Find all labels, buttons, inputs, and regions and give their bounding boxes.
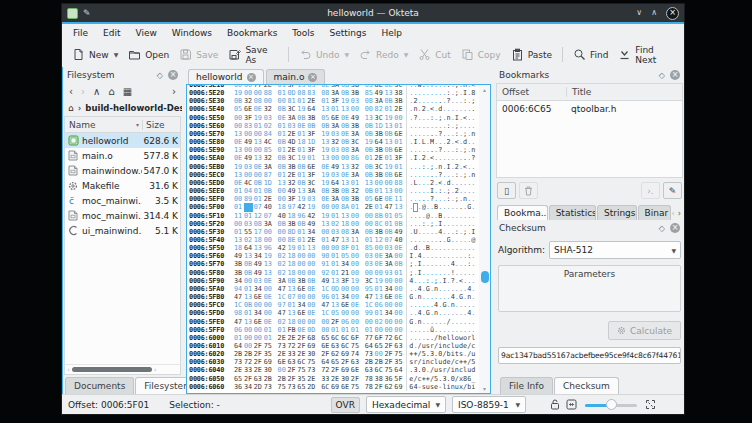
hex-byte[interactable]: 6E — [254, 318, 264, 326]
hex-byte[interactable]: 01 — [321, 97, 331, 105]
hex-byte[interactable]: 05 — [234, 105, 244, 113]
hex-row[interactable]: 0006:603073722F696E636C7564652F632B2B2F3… — [187, 358, 479, 366]
hex-byte[interactable]: 34 — [384, 309, 394, 317]
hex-byte[interactable]: 00 — [375, 244, 385, 252]
hex-byte[interactable]: 01 — [307, 154, 317, 162]
hex-byte[interactable]: 2B — [278, 375, 288, 383]
hex-byte[interactable]: 13 — [394, 203, 404, 211]
hex-byte[interactable]: 00 — [384, 301, 394, 309]
hex-byte[interactable]: 3F — [307, 146, 317, 154]
hex-byte[interactable]: 63 — [331, 342, 341, 350]
hex-row[interactable]: 0006:601064002F7573722F696E636C7564652F6… — [187, 342, 479, 350]
hex-byte[interactable]: 6F — [351, 334, 361, 342]
hex-byte[interactable]: 13 — [307, 244, 317, 252]
hex-byte[interactable]: 6F — [375, 334, 385, 342]
hex-byte[interactable]: 2F — [244, 375, 254, 383]
hex-byte[interactable]: 93 — [384, 269, 394, 277]
hex-byte[interactable]: 0B — [384, 171, 394, 179]
hex-byte[interactable]: 8A — [341, 203, 351, 211]
hex-byte[interactable]: 99 — [365, 309, 375, 317]
hex-byte[interactable]: 00 — [375, 350, 385, 358]
hex-byte[interactable]: 42 — [278, 244, 288, 252]
hex-byte[interactable]: 00 — [254, 130, 264, 138]
hex-byte[interactable]: 00 — [321, 203, 331, 211]
hex-byte[interactable]: 73 — [307, 366, 317, 374]
hex-byte[interactable]: 13 — [375, 293, 385, 301]
hex-byte[interactable]: 19 — [341, 97, 351, 105]
hex-byte[interactable]: 13 — [341, 236, 351, 244]
hex-byte[interactable]: 2F — [384, 358, 394, 366]
hex-byte[interactable]: 19 — [375, 277, 385, 285]
hex-byte[interactable]: 65 — [297, 383, 307, 391]
hex-byte[interactable]: 00 — [234, 195, 244, 203]
scroll-right-icon[interactable]: › — [154, 366, 157, 374]
home-icon[interactable]: ⌂ — [108, 86, 114, 97]
hex-byte[interactable]: 2E — [234, 366, 244, 374]
hex-byte[interactable]: 01 — [351, 244, 361, 252]
hex-byte[interactable]: 00 — [394, 301, 404, 309]
hex-byte[interactable]: 19 — [321, 179, 331, 187]
hex-byte[interactable]: 3A — [278, 277, 288, 285]
hex-byte[interactable]: 3F — [394, 154, 404, 162]
hex-row[interactable]: 0006:5F4013021800008E012E014713110112074… — [187, 236, 479, 244]
hex-byte[interactable]: 2E — [287, 146, 297, 154]
hex-byte[interactable]: 00 — [351, 285, 361, 293]
hex-byte[interactable]: 01 — [254, 187, 264, 195]
hex-byte[interactable]: 00 — [307, 269, 317, 277]
hex-byte[interactable]: 00 — [254, 89, 264, 97]
hex-byte[interactable]: 13 — [321, 220, 331, 228]
hex-byte[interactable]: 03 — [254, 277, 264, 285]
value-coding-select[interactable]: Hexadecimal▼ — [366, 396, 446, 413]
hex-byte[interactable]: 0E — [278, 114, 288, 122]
hex-byte[interactable]: 18 — [278, 203, 288, 211]
hex-byte[interactable]: 65 — [375, 342, 385, 350]
hex-byte[interactable]: 00 — [278, 236, 288, 244]
hex-byte[interactable]: 86 — [351, 154, 361, 162]
create-bookmark-button[interactable]: ▯ — [497, 182, 516, 199]
delete-bookmark-button[interactable] — [519, 182, 538, 199]
copy-button[interactable]: Copy — [456, 45, 506, 64]
hex-byte[interactable]: 74 — [351, 350, 361, 358]
hex-byte[interactable]: 6E — [384, 293, 394, 301]
hex-byte[interactable]: 36 — [234, 383, 244, 391]
column-header-size[interactable]: Size — [142, 120, 180, 130]
hex-byte[interactable]: 75 — [351, 342, 361, 350]
char-coding-select[interactable]: ISO-8859-1▼ — [452, 396, 526, 413]
hex-byte[interactable]: 13 — [321, 154, 331, 162]
hex-byte[interactable]: 21 — [341, 269, 351, 277]
hex-byte[interactable]: 01 — [394, 163, 404, 171]
hex-byte[interactable]: 0B — [341, 138, 351, 146]
hex-byte[interactable]: 32 — [331, 138, 341, 146]
hex-byte[interactable]: 00 — [244, 146, 254, 154]
hex-byte[interactable]: 2F — [351, 375, 361, 383]
hex-byte[interactable]: 0B — [365, 122, 375, 130]
hex-byte[interactable]: 0B — [234, 97, 244, 105]
hex-row[interactable]: 0006:5E9013000085012E013F1903083A0B3B0B6… — [187, 146, 479, 154]
hex-byte[interactable]: 4C — [264, 138, 274, 146]
hex-byte[interactable]: 02 — [278, 318, 288, 326]
hex-byte[interactable]: 0B — [244, 301, 254, 309]
hex-byte[interactable]: 01 — [287, 301, 297, 309]
hex-byte[interactable]: 00 — [234, 122, 244, 130]
file-row[interactable]: mainwindow.o547.0 K — [65, 163, 180, 178]
hex-byte[interactable]: 0B — [341, 187, 351, 195]
hex-byte[interactable]: 75 — [307, 358, 317, 366]
hex-byte[interactable]: 13 — [331, 301, 341, 309]
hex-byte[interactable]: 0B — [384, 130, 394, 138]
zoom-slider-handle[interactable] — [606, 399, 617, 410]
hex-byte[interactable]: 6C — [331, 334, 341, 342]
hex-byte[interactable]: 6C — [394, 334, 404, 342]
hex-byte[interactable]: 2F — [341, 358, 351, 366]
hex-byte[interactable]: 83 — [244, 122, 254, 130]
close-panel-icon[interactable]: × — [670, 70, 680, 80]
hex-byte[interactable]: 49 — [244, 154, 254, 162]
hex-byte[interactable]: 49 — [254, 269, 264, 277]
breadcrumb[interactable]: build-helloworld-Desk — [85, 103, 182, 113]
hex-byte[interactable]: 1D — [375, 122, 385, 130]
hex-byte[interactable]: 0E — [234, 154, 244, 162]
hex-byte[interactable]: 75 — [351, 383, 361, 391]
hex-byte[interactable]: 12 — [375, 236, 385, 244]
toolbar-overflow-icon[interactable]: › — [172, 86, 176, 97]
hex-byte[interactable]: 0B — [384, 146, 394, 154]
menu-item-tools[interactable]: Tools — [292, 28, 314, 38]
